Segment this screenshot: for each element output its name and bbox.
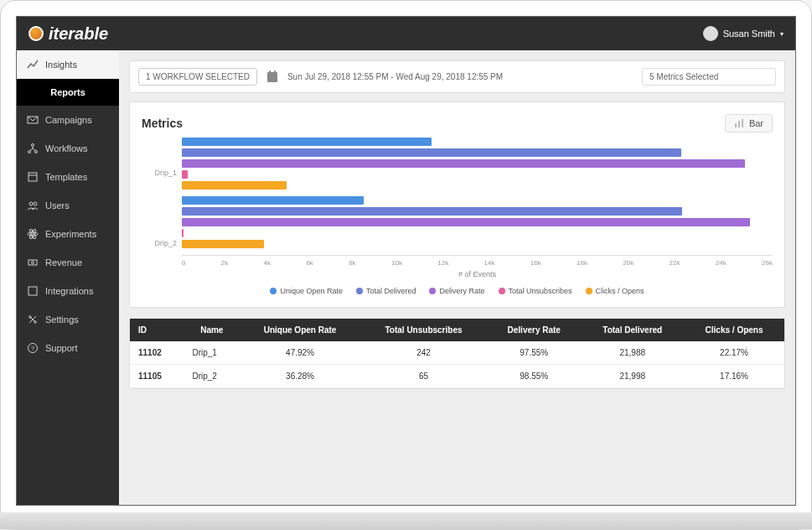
- calendar-icon[interactable]: [267, 72, 277, 82]
- chart-bar[interactable]: [182, 170, 188, 179]
- chart-category-label: Drip_2: [154, 211, 177, 276]
- table-header[interactable]: ID: [130, 319, 184, 341]
- sidebar-item-workflows[interactable]: Workflows: [17, 134, 119, 163]
- svg-rect-12: [28, 260, 37, 265]
- sidebar-item-settings[interactable]: Settings: [17, 305, 119, 334]
- chart-bar[interactable]: [182, 181, 287, 190]
- user-menu[interactable]: Susan Smith ▾: [703, 26, 784, 41]
- sidebar-label: Support: [45, 343, 78, 353]
- chart-x-tick: 22k: [669, 259, 680, 267]
- chart-x-tick: 6k: [306, 259, 313, 267]
- legend-item[interactable]: Total Delivered: [356, 287, 416, 295]
- chart-x-tick: 4k: [264, 259, 271, 267]
- brand-name: iterable: [49, 24, 108, 44]
- legend-item[interactable]: Unique Open Rate: [270, 287, 343, 295]
- brand-logo[interactable]: iterable: [28, 24, 108, 44]
- chart-x-tick: 24k: [716, 259, 727, 267]
- sidebar-label: Insights: [45, 60, 77, 70]
- settings-icon: [27, 314, 39, 325]
- svg-point-8: [32, 233, 34, 236]
- workflow-filter-pill[interactable]: 1 WORKFLOW SELECTED: [138, 68, 257, 86]
- logo-badge-icon: [28, 26, 44, 41]
- legend-dot-icon: [586, 288, 592, 294]
- sidebar-item-revenue[interactable]: Revenue: [17, 248, 119, 277]
- chart-type-button[interactable]: Bar: [725, 114, 773, 132]
- table-row[interactable]: 11105Drip_236.28%6598.55%21,99817.16%: [130, 365, 784, 388]
- workflows-icon: [27, 143, 39, 154]
- legend-label: Unique Open Rate: [280, 287, 343, 295]
- table-row[interactable]: 11102Drip_147.92%24297.55%21,98822.17%: [130, 341, 784, 365]
- table-cell: 36.28%: [240, 365, 360, 388]
- svg-rect-14: [28, 287, 37, 295]
- sidebar-label: Reports: [50, 87, 85, 97]
- table-header[interactable]: Unique Open Rate: [240, 319, 360, 341]
- chart-bar[interactable]: [182, 196, 364, 205]
- sidebar-item-reports[interactable]: Reports: [17, 79, 119, 106]
- chart-x-tick: 12k: [437, 259, 448, 267]
- legend-dot-icon: [270, 288, 277, 294]
- table-header[interactable]: Clicks / Opens: [684, 319, 784, 341]
- chart-bar[interactable]: [182, 218, 750, 226]
- user-name: Susan Smith: [723, 29, 775, 39]
- insights-icon: [27, 59, 39, 70]
- table-cell: 98.55%: [487, 365, 581, 388]
- sidebar-label: Campaigns: [45, 115, 92, 125]
- table-cell: Drip_1: [184, 341, 240, 365]
- table-cell: 47.92%: [240, 341, 360, 365]
- table-header[interactable]: Delivery Rate: [487, 319, 581, 341]
- experiments-icon: [27, 228, 39, 240]
- legend-item[interactable]: Delivery Rate: [429, 287, 484, 295]
- chart-bar[interactable]: [182, 148, 681, 157]
- legend-dot-icon: [499, 288, 505, 294]
- table-cell: 17.16%: [684, 365, 784, 388]
- table-cell: 242: [360, 341, 487, 365]
- sidebar-item-integrations[interactable]: Integrations: [17, 277, 119, 305]
- chart-legend: Unique Open RateTotal DeliveredDelivery …: [142, 287, 773, 295]
- sidebar-item-users[interactable]: Users: [17, 191, 119, 220]
- support-icon: ?: [27, 342, 39, 354]
- svg-rect-21: [742, 119, 743, 127]
- main-content: 1 WORKFLOW SELECTED Sun Jul 29, 2018 12:…: [119, 50, 795, 505]
- table-header[interactable]: Total Unsubscribes: [360, 319, 487, 341]
- chart-x-tick: 10k: [391, 259, 402, 267]
- date-range-text[interactable]: Sun Jul 29, 2018 12:55 PM - Wed Aug 29, …: [287, 72, 632, 81]
- sidebar-label: Templates: [45, 172, 87, 182]
- chart-bar[interactable]: [182, 229, 184, 237]
- table-cell: 11105: [130, 365, 184, 388]
- svg-point-2: [28, 151, 31, 153]
- chart-x-tick: 0: [182, 259, 185, 267]
- chart-group-drip2: [182, 196, 773, 248]
- legend-item[interactable]: Total Unsubscribes: [499, 287, 572, 295]
- bar-chart-icon: [734, 118, 744, 128]
- table-cell: 21,998: [581, 365, 684, 388]
- table-header[interactable]: Total Delivered: [581, 319, 684, 341]
- legend-label: Total Unsubscribes: [509, 287, 572, 295]
- chart-bar[interactable]: [182, 138, 432, 146]
- chart-bar[interactable]: [182, 240, 264, 248]
- sidebar-item-templates[interactable]: Templates: [17, 163, 119, 191]
- sidebar-item-support[interactable]: ? Support: [17, 334, 119, 362]
- chart-bar[interactable]: [182, 207, 682, 216]
- svg-rect-20: [738, 121, 740, 127]
- sidebar-label: Users: [45, 200, 70, 210]
- chart-type-label: Bar: [749, 118, 763, 128]
- sidebar-item-insights[interactable]: Insights: [17, 50, 119, 79]
- sidebar-item-campaigns[interactable]: Campaigns: [17, 106, 119, 134]
- campaigns-icon: [27, 114, 39, 126]
- chart-x-tick: 20k: [623, 259, 634, 267]
- sidebar: Insights Reports Campaigns Workflows: [17, 50, 119, 505]
- legend-item[interactable]: Clicks / Opens: [586, 287, 644, 295]
- svg-rect-4: [28, 173, 37, 181]
- avatar-icon: [703, 26, 718, 41]
- table-header[interactable]: Name: [184, 319, 240, 341]
- sidebar-label: Revenue: [45, 257, 82, 268]
- table-cell: 65: [360, 365, 487, 388]
- chart-x-axis-label: # of Events: [182, 270, 773, 278]
- chart-bar[interactable]: [182, 159, 745, 168]
- chart-x-tick: 16k: [530, 259, 541, 267]
- chart-x-tick: 18k: [577, 259, 587, 267]
- metrics-filter-select[interactable]: 5 Metrics Selected: [642, 68, 776, 86]
- chart-category-label: Drip_1: [154, 141, 177, 205]
- legend-label: Total Delivered: [366, 287, 416, 295]
- sidebar-item-experiments[interactable]: Experiments: [17, 220, 119, 248]
